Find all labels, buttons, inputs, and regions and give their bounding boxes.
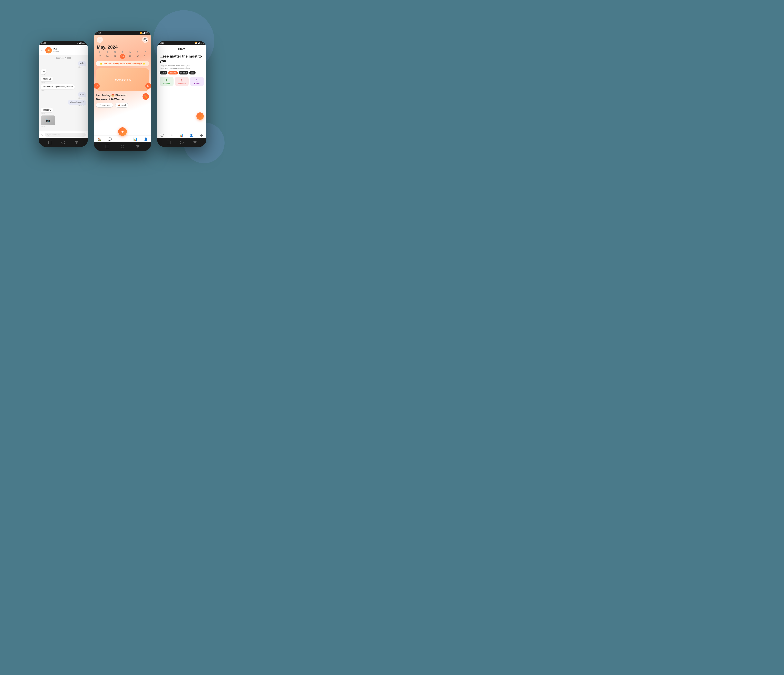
contact-info: Puja Offline [53,48,59,53]
right-status-icons: 📶 90% [195,42,204,44]
nav-triangle-left[interactable] [75,141,78,144]
nav-triangle-center[interactable] [136,145,140,148]
next-quote-button[interactable]: ▷ [145,83,151,89]
nav-square-center[interactable] [106,145,109,148]
edit-emotion-button[interactable]: ✏️ [143,93,149,100]
tab-90days[interactable]: 90 days [179,71,188,74]
msg-left-whatsup: what's up 15:24 [41,76,53,84]
stats-nav-plus[interactable]: ＋ [170,133,173,137]
nav-stats-icon[interactable]: 📊 [133,137,137,141]
cal-day-w: W [126,51,134,53]
bubble-physics: can u share physics assignment? [41,84,75,89]
quote-card: ◁ "I believe in you" ▷ [96,68,149,91]
challenge-text: Join Our 30-Day Mindfulness Challenge [103,62,142,65]
bubble-chapter: which chapter ? [68,100,86,105]
time-physics: 15:25 [41,89,75,91]
cal-day-s1: S [96,51,104,53]
center-phone-screen: 💬 May, 2024 S S M T W T F 25 2 [94,35,151,142]
right-bottom-bar [157,138,206,147]
stats-title: Stats [157,45,206,52]
cal-date-25[interactable]: 25 [96,54,104,59]
stats-section-title: ...ese matter the most to you [157,52,206,65]
hamburger-button[interactable] [97,37,103,43]
send-icon: 📤 [118,104,120,106]
image-placeholder: 📷 [41,115,55,125]
nav-triangle-right[interactable] [193,141,197,144]
bored-label: Bored [191,83,203,85]
nav-chat-icon[interactable]: 💬 [107,137,112,141]
cal-date-30[interactable]: 30 [134,54,142,59]
emotion-line2: Because of 🌤 Weather [96,97,127,101]
bar4 [81,42,81,44]
challenge-banner[interactable]: ⭐ Join Our 30-Day Mindfulness Challenge … [96,61,149,66]
nav-square-right[interactable] [167,141,171,144]
star-icon-left: ⭐ [100,62,102,65]
stats-fab-button[interactable]: + [196,112,204,120]
stressed-count: 1 [176,79,188,82]
comment-icon: 💬 [99,104,101,106]
left-time: 14:22 [41,42,46,44]
stats-description: ...ling the "how and "why" about your...… [157,65,206,71]
stats-nav-chat[interactable]: 💬 [160,133,164,137]
send-button[interactable]: 📤 send [115,103,128,107]
emoji-button[interactable]: ☺ [41,133,44,136]
back-button[interactable]: ← [41,48,44,52]
bubble-hello: hello [78,61,86,66]
nav-circle-center[interactable] [121,145,124,148]
right-phone-screen: Stats ...ese matter the most to you ...l… [157,45,206,138]
cal-date-27[interactable]: 27 [111,54,118,59]
stats-nav-profile[interactable]: 👤 [190,133,193,137]
msg-left-image: 📷 15:27 [41,115,55,127]
left-bottom-bar [39,138,88,147]
right-wifi-icon: 📶 [195,42,197,44]
nav-home-icon[interactable]: 🏠 [97,137,101,141]
cal-date-26[interactable]: 26 [104,54,111,59]
cal-day-s2: S [104,51,111,53]
send-label: send [121,104,126,106]
phone-left: 14:22 ⊕ 90% ← 🌅 [39,41,88,147]
cal-date-29[interactable]: 29 [126,54,134,59]
quote-text: "I believe in you" [113,78,132,81]
time-whatsup: 15:24 [41,82,53,84]
center-wifi-icon: 📶 [140,32,142,34]
emotion-line1: I am feeling 🤩 Stressed [96,93,127,97]
tab-30days[interactable]: 30 days [168,71,178,74]
cal-date-28[interactable]: 28 [120,54,125,59]
chat-header: ← 🌅 Puja Offline [39,45,88,55]
excited-label: Excited [160,83,173,85]
left-status-icons: ⊕ 90% [77,42,86,44]
action-row: 💬 comment 📤 send [96,103,149,107]
nav-circle-right[interactable] [180,141,184,144]
fab-button[interactable]: + [118,127,127,136]
date-divider: December 7, 2023 [39,57,88,59]
cal-day-t2: T [134,51,142,53]
stats-nav-stats[interactable]: 📊 [180,133,183,137]
emotion-text-block: I am feeling 🤩 Stressed Because of 🌤 Wea… [96,93,127,101]
bubble-chapter2: chapter 2 [41,107,53,112]
comment-button[interactable]: 💬 comment [96,103,113,107]
nav-square-left[interactable] [48,141,52,144]
stats-tabs: ...ays 30 days 90 days 120 [157,71,206,76]
calendar-grid: S S M T W T F 25 26 27 28 29 30 [94,51,151,60]
center-status-bar: 14:21 📶 90% [94,31,151,35]
bar3 [81,42,81,44]
time-sure: 15:25 ✓✓ [78,97,86,99]
msg-left-chapter2: chapter 2 15:27 [41,107,53,115]
left-battery: 90% [82,42,86,44]
star-icon-right: ⭐ [143,62,145,65]
phones-scene: 14:22 ⊕ 90% ← 🌅 [31,20,215,184]
msg-left-physics: can u share physics assignment? 15:25 [41,84,75,91]
cal-date-31[interactable]: 31 [142,54,149,59]
tab-days[interactable]: ...ays [160,71,167,74]
chat-input[interactable]: Type a message! [45,133,86,137]
stats-bottom-nav: 💬 ＋ 📊 👤 ➕ [157,132,206,138]
stats-nav-extra[interactable]: ➕ [199,133,203,137]
tab-120[interactable]: 120 [189,71,196,74]
nav-profile-icon[interactable]: 👤 [144,137,148,141]
nav-circle-left[interactable] [61,141,65,144]
chat-nav-button[interactable]: 💬 [142,37,148,43]
ham-line-3 [99,40,101,41]
prev-quote-button[interactable]: ◁ [94,83,100,89]
calendar-header: S S M T W T F [96,51,149,53]
time-hii: 15:24 [41,74,47,76]
